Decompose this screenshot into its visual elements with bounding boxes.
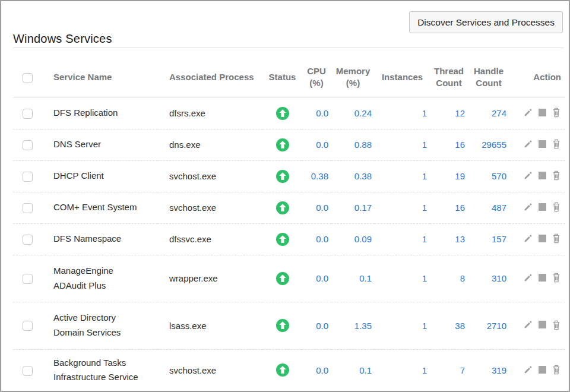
service-name: COM+ Event System — [42, 192, 157, 223]
memory-value[interactable]: 0.88 — [331, 129, 375, 160]
service-name: DNS Server — [42, 129, 157, 160]
table-row: Active Directory Domain Services lsass.e… — [13, 302, 565, 349]
instances-value[interactable]: 1 — [375, 97, 430, 129]
edit-button[interactable] — [523, 273, 533, 283]
stop-button[interactable] — [539, 235, 546, 242]
thread-count-value[interactable]: 16 — [430, 192, 468, 223]
stop-square-icon — [539, 274, 546, 282]
memory-value[interactable]: 0.17 — [331, 192, 375, 223]
thread-count-value[interactable]: 38 — [430, 302, 468, 349]
memory-value[interactable]: 1.35 — [331, 302, 375, 349]
stop-button[interactable] — [539, 203, 546, 211]
trash-icon — [552, 364, 561, 375]
status-cell — [263, 192, 302, 223]
associated-process: dns.exe — [157, 129, 263, 160]
action-cell — [509, 160, 565, 192]
handle-count-value[interactable]: 310 — [468, 255, 509, 302]
delete-button[interactable] — [552, 233, 561, 244]
edit-button[interactable] — [523, 365, 533, 375]
row-select-cell — [13, 223, 42, 255]
handle-count-value[interactable]: 570 — [468, 160, 509, 192]
row-select-checkbox[interactable] — [23, 321, 33, 331]
stop-button[interactable] — [539, 109, 546, 116]
delete-button[interactable] — [552, 138, 561, 149]
thread-count-value[interactable]: 13 — [430, 223, 468, 255]
row-select-checkbox[interactable] — [23, 366, 33, 376]
edit-button[interactable] — [523, 170, 533, 181]
cpu-value[interactable]: 0.0 — [302, 349, 331, 391]
edit-button[interactable] — [523, 233, 533, 244]
status-cell — [263, 160, 302, 192]
cpu-value[interactable]: 0.0 — [302, 223, 331, 255]
edit-button[interactable] — [523, 108, 533, 118]
handle-count-value[interactable]: 157 — [468, 223, 509, 255]
handle-count-value[interactable]: 487 — [468, 192, 509, 223]
delete-button[interactable] — [552, 272, 561, 283]
table-row: DFS Namespace dfssvc.exe 0.0 0.09 1 13 1… — [13, 223, 565, 255]
memory-value[interactable]: 0.38 — [331, 160, 375, 192]
cpu-value[interactable]: 0.0 — [302, 129, 331, 160]
header-action: Action — [509, 58, 565, 97]
action-group — [523, 233, 561, 244]
service-name: DHCP Client — [42, 160, 157, 192]
instances-value[interactable]: 1 — [375, 223, 430, 255]
delete-button[interactable] — [552, 107, 561, 118]
discover-services-button[interactable]: Discover Services and Processes — [409, 11, 563, 33]
instances-value[interactable]: 1 — [375, 302, 430, 349]
thread-count-value[interactable]: 19 — [430, 160, 468, 192]
row-select-checkbox[interactable] — [23, 140, 33, 150]
status-cell — [263, 302, 302, 349]
handle-count-value[interactable]: 2710 — [468, 302, 509, 349]
handle-count-value[interactable]: 319 — [468, 349, 509, 391]
instances-value[interactable]: 1 — [375, 129, 430, 160]
thread-count-value[interactable]: 12 — [430, 97, 468, 129]
associated-process: dfssvc.exe — [157, 223, 263, 255]
stop-button[interactable] — [539, 140, 546, 148]
pencil-icon — [523, 233, 533, 244]
associated-process: dfsrs.exe — [157, 97, 263, 129]
cpu-value[interactable]: 0.0 — [302, 192, 331, 223]
row-select-checkbox[interactable] — [23, 274, 33, 284]
row-select-checkbox[interactable] — [23, 203, 33, 213]
row-select-checkbox[interactable] — [23, 109, 33, 119]
edit-button[interactable] — [523, 202, 533, 212]
table-row: Background Tasks Infrastructure Service … — [13, 349, 565, 391]
instances-value[interactable]: 1 — [375, 255, 430, 302]
memory-value[interactable]: 0.09 — [331, 223, 375, 255]
handle-count-value[interactable]: 29655 — [468, 129, 509, 160]
header-associated-process: Associated Process — [157, 58, 263, 97]
stop-button[interactable] — [539, 366, 546, 374]
thread-count-value[interactable]: 7 — [430, 349, 468, 391]
memory-value[interactable]: 0.1 — [331, 255, 375, 302]
select-all-checkbox[interactable] — [23, 73, 33, 83]
delete-button[interactable] — [552, 364, 561, 375]
services-table: Service Name Associated Process Status C… — [13, 58, 565, 391]
cpu-value[interactable]: 0.38 — [302, 160, 331, 192]
cpu-value[interactable]: 0.0 — [302, 302, 331, 349]
stop-button[interactable] — [539, 172, 546, 179]
handle-count-value[interactable]: 274 — [468, 97, 509, 129]
delete-button[interactable] — [552, 170, 561, 181]
row-select-checkbox[interactable] — [23, 172, 33, 182]
instances-value[interactable]: 1 — [375, 349, 430, 391]
cpu-value[interactable]: 0.0 — [302, 255, 331, 302]
memory-value[interactable]: 0.24 — [331, 97, 375, 129]
thread-count-value[interactable]: 8 — [430, 255, 468, 302]
edit-button[interactable] — [523, 139, 533, 149]
cpu-value[interactable]: 0.0 — [302, 97, 331, 129]
stop-button[interactable] — [539, 274, 546, 282]
action-group — [523, 138, 561, 149]
header-status: Status — [263, 58, 302, 97]
delete-button[interactable] — [552, 201, 561, 212]
instances-value[interactable]: 1 — [375, 192, 430, 223]
edit-button[interactable] — [523, 320, 533, 330]
action-cell — [509, 302, 565, 349]
status-cell — [263, 223, 302, 255]
memory-value[interactable]: 0.1 — [331, 349, 375, 391]
thread-count-value[interactable]: 16 — [430, 129, 468, 160]
stop-button[interactable] — [539, 321, 546, 328]
instances-value[interactable]: 1 — [375, 160, 430, 192]
service-name: Active Directory Domain Services — [42, 302, 157, 349]
row-select-checkbox[interactable] — [23, 235, 33, 245]
delete-button[interactable] — [552, 320, 561, 330]
